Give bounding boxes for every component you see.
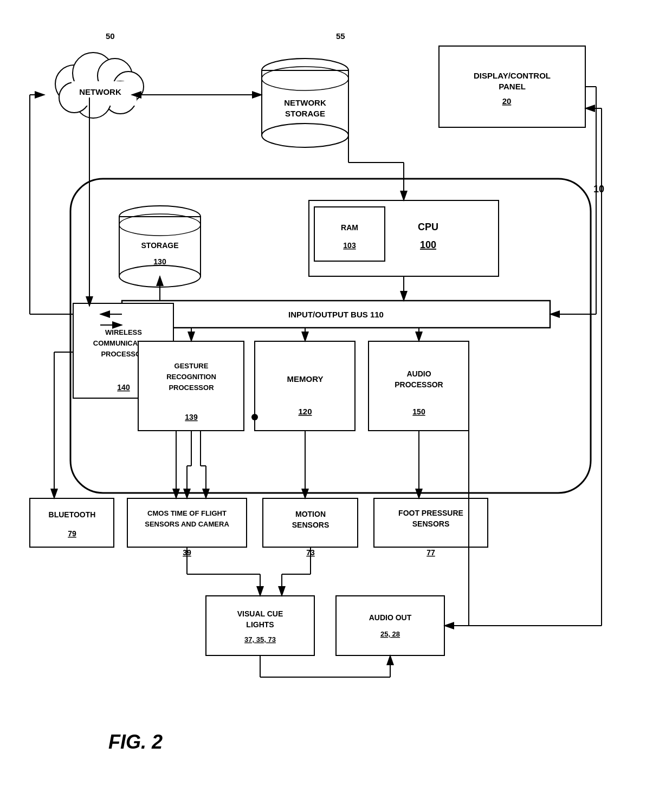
svg-text:37, 35, 73: 37, 35, 73 [244, 635, 276, 644]
svg-text:SENSORS: SENSORS [412, 519, 449, 528]
svg-text:55: 55 [336, 31, 345, 41]
svg-text:NETWORK: NETWORK [284, 98, 326, 107]
diagram: 10 NETWORK 50 NETWORK STORAGE 55 [0, 0, 672, 786]
svg-text:120: 120 [298, 407, 312, 416]
svg-text:INPUT/OUTPUT BUS 110: INPUT/OUTPUT BUS 110 [288, 310, 384, 319]
svg-text:79: 79 [68, 529, 76, 538]
svg-text:CMOS TIME OF FLIGHT: CMOS TIME OF FLIGHT [147, 509, 227, 517]
svg-text:VISUAL CUE: VISUAL CUE [237, 609, 283, 618]
svg-text:100: 100 [420, 239, 436, 250]
svg-text:STORAGE: STORAGE [285, 109, 325, 118]
svg-text:SENSORS AND CAMERA: SENSORS AND CAMERA [145, 520, 229, 528]
svg-text:PROCESSOR: PROCESSOR [395, 380, 443, 389]
svg-text:DISPLAY/CONTROL: DISPLAY/CONTROL [474, 71, 551, 80]
svg-text:MOTION: MOTION [295, 510, 326, 518]
svg-text:140: 140 [117, 383, 130, 392]
svg-text:77: 77 [427, 548, 435, 557]
svg-text:SENSORS: SENSORS [292, 521, 329, 529]
svg-text:PANEL: PANEL [499, 82, 526, 91]
svg-rect-30 [314, 207, 385, 261]
svg-rect-55 [30, 498, 114, 547]
svg-text:RECOGNITION: RECOGNITION [166, 373, 216, 381]
svg-text:GESTURE: GESTURE [175, 362, 209, 370]
svg-text:BLUETOOTH: BLUETOOTH [49, 510, 96, 519]
svg-text:PROCESSOR: PROCESSOR [169, 384, 214, 392]
svg-rect-47 [255, 341, 355, 431]
svg-text:FOOT PRESSURE: FOOT PRESSURE [398, 509, 463, 517]
svg-text:AUDIO OUT: AUDIO OUT [369, 613, 412, 622]
svg-point-54 [251, 414, 258, 420]
svg-text:139: 139 [185, 413, 198, 421]
svg-text:CPU: CPU [418, 222, 438, 232]
svg-text:25, 28: 25, 28 [380, 630, 400, 638]
svg-text:20: 20 [502, 96, 512, 106]
svg-text:130: 130 [153, 257, 166, 266]
svg-text:AUDIO: AUDIO [406, 369, 431, 378]
svg-text:103: 103 [343, 241, 356, 250]
figure-label: FIG. 2 [108, 731, 163, 753]
svg-text:STORAGE: STORAGE [141, 241, 179, 250]
svg-text:10: 10 [593, 184, 604, 194]
svg-text:WIRELESS: WIRELESS [105, 328, 142, 336]
svg-rect-71 [336, 596, 444, 655]
svg-text:MEMORY: MEMORY [287, 374, 324, 384]
svg-text:RAM: RAM [341, 223, 358, 232]
svg-text:50: 50 [106, 31, 115, 41]
svg-text:150: 150 [412, 407, 425, 416]
svg-point-14 [262, 124, 348, 147]
svg-text:NETWORK: NETWORK [79, 87, 121, 96]
svg-text:LIGHTS: LIGHTS [246, 620, 274, 629]
